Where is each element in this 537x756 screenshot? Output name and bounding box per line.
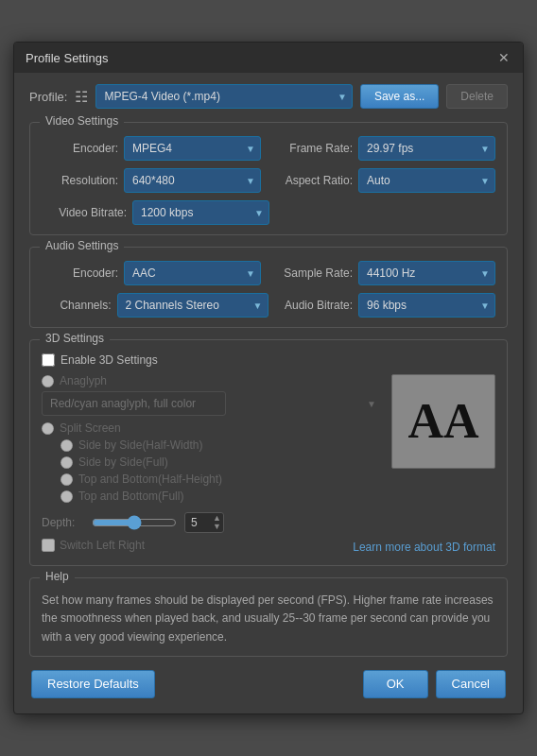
anaglyph-select[interactable]: Red/cyan anaglyph, full color [42,391,226,416]
3d-options-container: Anaglyph Red/cyan anaglyph, full color ▼… [42,374,495,507]
profile-settings-dialog: Profile Settings ✕ Profile: ☷ MPEG-4 Vid… [13,42,524,714]
top-bottom-half-label: Top and Bottom(Half-Height) [78,472,222,486]
cancel-button[interactable]: Cancel [436,670,506,698]
dialog-title: Profile Settings [26,51,108,65]
top-bottom-full-option: Top and Bottom(Full) [61,490,382,503]
video-row-1: Encoder: MPEG4 ▼ Frame Rate: 29.97 fps ▼ [42,136,495,161]
depth-label: Depth: [42,516,84,529]
side-by-side-half-radio[interactable] [61,439,73,452]
footer-right: OK Cancel [363,670,506,698]
encoder-select[interactable]: MPEG4 [124,136,261,161]
anaglyph-select-wrap: Red/cyan anaglyph, full color ▼ [42,391,382,416]
switch-label: Switch Left Right [60,539,145,552]
title-bar: Profile Settings ✕ [14,43,523,73]
save-as-button[interactable]: Save as... [360,84,439,109]
video-settings-title: Video Settings [40,114,124,128]
delete-button[interactable]: Delete [446,84,508,109]
switch-left-right-option[interactable]: Switch Left Right [42,539,145,552]
audio-bitrate-select[interactable]: 96 kbps [358,293,495,318]
audio-row-2: Channels: 2 Channels Stereo ▼ Audio Bitr… [42,293,495,318]
side-by-side-half-option: Side by Side(Half-Width) [61,438,382,452]
aa-preview: AA [391,374,495,469]
depth-val-wrap: ▲▼ [184,512,224,533]
audio-bitrate-label: Audio Bitrate: [284,299,354,312]
video-settings-content: Encoder: MPEG4 ▼ Frame Rate: 29.97 fps ▼ [42,136,495,225]
side-by-side-full-label: Side by Side(Full) [78,455,168,469]
enable-3d-checkbox[interactable] [42,353,55,367]
anaglyph-arrow: ▼ [367,399,376,409]
audio-encoder-select-wrap: AAC ▼ [124,261,261,285]
sample-rate-select[interactable]: 44100 Hz [358,261,495,285]
enable-3d-label[interactable]: Enable 3D Settings [42,353,495,367]
anaglyph-label: Anaglyph [60,374,107,387]
resolution-label: Resolution: [42,174,118,187]
ok-button[interactable]: OK [363,670,428,698]
resolution-select-wrap: 640*480 ▼ [124,168,261,193]
frame-rate-label: Frame Rate: [276,142,353,155]
video-bitrate-select[interactable]: 1200 kbps [132,200,269,225]
learn-more-link[interactable]: Learn more about 3D format [353,541,495,554]
frame-rate-select-wrap: 29.97 fps ▼ [358,136,495,161]
aspect-ratio-select-wrap: Auto ▼ [358,168,495,193]
profile-row: Profile: ☷ MPEG-4 Video (*.mp4) ▼ Save a… [29,84,508,109]
dialog-content: Profile: ☷ MPEG-4 Video (*.mp4) ▼ Save a… [14,73,523,713]
anaglyph-radio[interactable] [42,375,54,387]
side-by-side-full-option: Side by Side(Full) [61,455,382,469]
channels-label: Channels: [42,299,112,312]
profile-label: Profile: [29,90,67,104]
restore-defaults-button[interactable]: Restore Defaults [31,670,155,698]
side-by-side-half-label: Side by Side(Half-Width) [78,438,202,452]
top-bottom-full-radio[interactable] [61,490,73,503]
audio-bitrate-select-wrap: 96 kbps ▼ [358,293,495,318]
help-text: Set how many frames should be displayed … [42,592,495,646]
switch-row: Switch Left Right Learn more about 3D fo… [42,539,495,556]
enable-3d-text: Enable 3D Settings [61,353,158,367]
help-title: Help [40,570,75,583]
close-button[interactable]: ✕ [496,50,511,65]
split-screen-radio[interactable] [42,422,54,435]
top-bottom-full-label: Top and Bottom(Full) [78,490,183,503]
switch-left-right-checkbox[interactable] [42,539,55,552]
footer-row: Restore Defaults OK Cancel [29,670,508,702]
audio-settings-section: Audio Settings Encoder: AAC ▼ Sample Rat… [29,247,508,328]
channels-select[interactable]: 2 Channels Stereo [117,293,268,318]
sample-rate-label: Sample Rate: [276,266,353,280]
audio-encoder-label: Encoder: [42,266,118,280]
sample-rate-select-wrap: 44100 Hz ▼ [358,261,495,285]
top-bottom-half-option: Top and Bottom(Half-Height) [61,472,382,486]
audio-row-1: Encoder: AAC ▼ Sample Rate: 44100 Hz ▼ [42,261,495,285]
audio-settings-title: Audio Settings [40,239,124,252]
audio-encoder-select[interactable]: AAC [124,261,261,285]
anaglyph-radio-option: Anaglyph [42,374,382,387]
video-row-2: Resolution: 640*480 ▼ Aspect Ratio: Auto… [42,168,495,193]
video-bitrate-select-wrap: 1200 kbps ▼ [132,200,269,225]
3d-settings-title: 3D Settings [40,332,110,345]
3d-left-panel: Anaglyph Red/cyan anaglyph, full color ▼… [42,374,382,507]
side-by-side-full-radio[interactable] [61,456,73,469]
profile-select-wrap: MPEG-4 Video (*.mp4) ▼ [95,84,352,109]
video-bitrate-label: Video Bitrate: [42,206,127,219]
split-screen-label: Split Screen [60,421,121,435]
encoder-label: Encoder: [42,142,118,155]
channels-select-wrap: 2 Channels Stereo ▼ [117,293,268,318]
encoder-select-wrap: MPEG4 ▼ [124,136,261,161]
3d-settings-section: 3D Settings Enable 3D Settings Anaglyph [29,339,508,566]
split-screen-radio-option: Split Screen [42,421,382,435]
3d-settings-content: Enable 3D Settings Anaglyph Red/cyan ana… [42,353,495,556]
audio-settings-content: Encoder: AAC ▼ Sample Rate: 44100 Hz ▼ [42,261,495,318]
aa-text: AA [407,397,478,446]
profile-select[interactable]: MPEG-4 Video (*.mp4) [95,84,352,109]
frame-rate-select[interactable]: 29.97 fps [358,136,495,161]
depth-slider[interactable] [92,515,177,530]
depth-row: Depth: ▲▼ [42,512,495,533]
top-bottom-half-radio[interactable] [61,473,73,486]
aspect-ratio-label: Aspect Ratio: [276,174,353,187]
depth-input[interactable] [184,512,224,533]
aspect-ratio-select[interactable]: Auto [358,168,495,193]
profile-icon: ☷ [75,88,88,106]
video-settings-section: Video Settings Encoder: MPEG4 ▼ Frame Ra… [29,122,508,235]
resolution-select[interactable]: 640*480 [124,168,261,193]
help-section: Help Set how many frames should be displ… [29,577,508,657]
video-row-3: Video Bitrate: 1200 kbps ▼ [42,200,495,225]
